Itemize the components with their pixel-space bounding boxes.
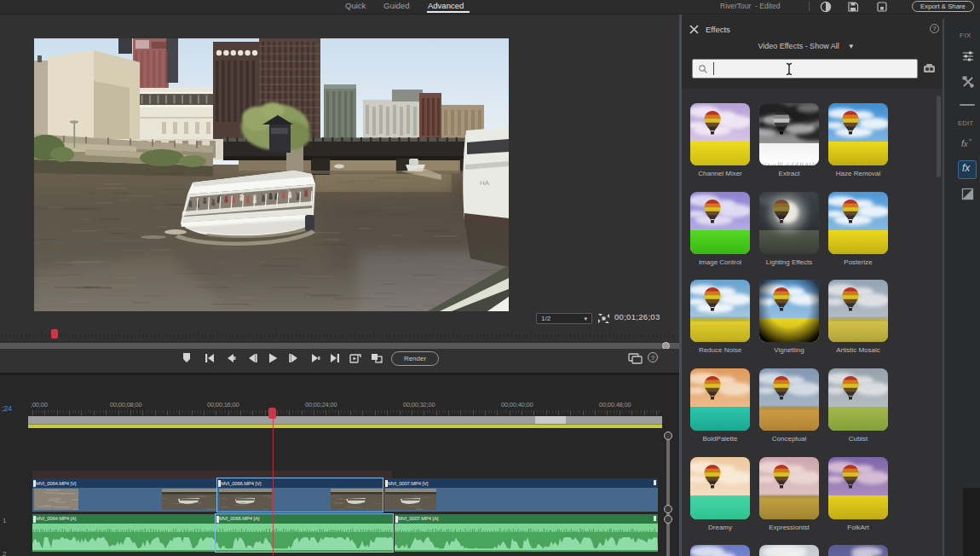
svg-text:HA: HA bbox=[480, 179, 490, 187]
